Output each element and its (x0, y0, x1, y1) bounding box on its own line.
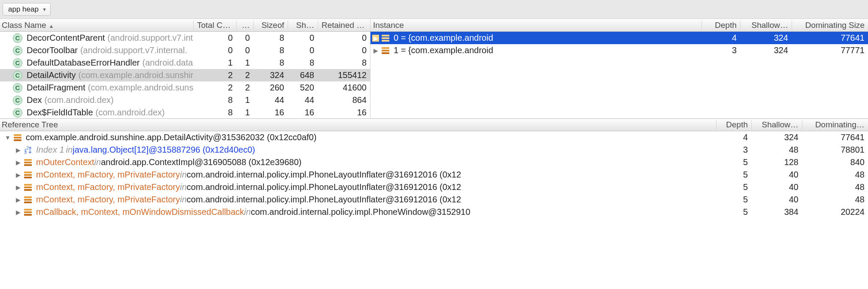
col-retained[interactable]: Retained Size (318, 21, 370, 30)
object-icon (24, 196, 32, 203)
shallow-size: 520 (288, 83, 318, 93)
disclosure-triangle-icon[interactable]: ▶ (372, 35, 379, 42)
reference-tree-row[interactable]: ▶mContext, mFactory, mPrivateFactory in … (0, 193, 868, 206)
col-instance-shallow[interactable]: Shallow… (740, 21, 792, 30)
ref-dominating: 48 (802, 195, 868, 205)
reference-tree-row[interactable]: ▶mContext, mFactory, mPrivateFactory in … (0, 181, 868, 193)
field-name: mOuterContext (36, 157, 94, 167)
total-count: 8 (193, 95, 236, 105)
sizeof: 324 (253, 70, 288, 80)
instances-pane: Instance Depth Shallow… Dominating Size … (370, 19, 868, 118)
instance-label: 1 = {com.example.android (394, 45, 493, 55)
col-shallow[interactable]: Sh… (288, 21, 318, 30)
ref-text: com.android.internal.policy.impl.PhoneLa… (187, 195, 461, 205)
instances-column-header[interactable]: Instance Depth Shallow… Dominating Size (370, 19, 868, 32)
heap-selector-dropdown[interactable]: app heap ▼ (3, 3, 51, 16)
ref-text: com.example.android.sunshine.app.DetailA… (26, 132, 316, 142)
ref-col-shallow[interactable]: Shallow… (751, 120, 802, 129)
ref-shallow: 324 (751, 132, 802, 142)
class-package: (android.support.v7.int (107, 33, 193, 43)
in-keyword: in (180, 182, 187, 192)
ref-text: com.android.internal.policy.impl.PhoneLa… (187, 182, 461, 192)
class-name: DetailFragment (27, 83, 85, 93)
in-keyword: in (94, 157, 101, 167)
disclosure-triangle-icon[interactable]: ▶ (15, 159, 21, 166)
instance-label: 0 = {com.example.android (394, 33, 493, 43)
disclosure-triangle-icon[interactable]: ▶ (372, 47, 379, 54)
disclosure-triangle-icon[interactable]: ▶ (15, 172, 21, 178)
ref-depth: 5 (716, 182, 751, 192)
class-row[interactable]: CDetailActivity(com.example.android.suns… (0, 69, 370, 81)
ref-shallow: 40 (751, 182, 802, 192)
disclosure-triangle-icon[interactable]: ▶ (15, 209, 21, 216)
class-package: (android.support.v7.internal. (80, 45, 187, 55)
instance-depth: 4 (701, 33, 740, 43)
class-row[interactable]: CDex(com.android.dex)814444864 (0, 94, 370, 106)
ref-dominating: 78801 (802, 145, 868, 155)
toolbar: app heap ▼ (0, 0, 868, 19)
instance-icon (382, 47, 389, 54)
heap-count: 0 (236, 45, 253, 55)
object-icon (24, 184, 32, 191)
disclosure-triangle-icon[interactable]: ▶ (15, 147, 21, 154)
sizeof: 260 (253, 83, 288, 93)
retained-size: 0 (318, 33, 370, 43)
instance-row[interactable]: ▶0 = {com.example.android432477641 (370, 32, 868, 44)
svg-text:3: 3 (24, 150, 27, 154)
sizeof: 16 (253, 108, 288, 117)
class-row[interactable]: CDex$FieldIdTable(com.android.dex)811616… (0, 106, 370, 118)
shallow-size: 0 (288, 45, 318, 55)
class-name: DecorContentParent (27, 33, 105, 43)
col-heap-count[interactable]: … (236, 21, 253, 30)
col-depth[interactable]: Depth (701, 21, 740, 30)
class-icon: C (13, 83, 22, 93)
reference-tree-row[interactable]: ▼com.example.android.sunshine.app.Detail… (0, 131, 868, 144)
field-name: mContext, mFactory, mPrivateFactory (36, 182, 180, 192)
total-count: 0 (193, 33, 236, 43)
disclosure-triangle-open-icon[interactable]: ▼ (4, 134, 11, 141)
reference-tree-row[interactable]: ▶mContext, mFactory, mPrivateFactory in … (0, 169, 868, 181)
ref-dominating: 840 (802, 157, 868, 167)
reference-tree-row[interactable]: ▶mOuterContext in android.app.ContextImp… (0, 156, 868, 169)
col-instance[interactable]: Instance (370, 21, 701, 30)
disclosure-triangle-icon[interactable]: ▶ (15, 184, 21, 191)
class-row[interactable]: CDefaultDatabaseErrorHandler(android.dat… (0, 57, 370, 69)
class-row[interactable]: CDetailFragment(com.example.android.suns… (0, 81, 370, 94)
ref-link[interactable]: java.lang.Object[12]@315887296 (0x12d40e… (73, 145, 255, 155)
instances-table-body: ▶0 = {com.example.android432477641▶1 = {… (370, 32, 868, 118)
field-name: mContext, mFactory, mPrivateFactory (36, 170, 180, 180)
retained-size: 155412 (318, 70, 370, 80)
class-package: (com.android.dex) (45, 95, 114, 105)
object-icon (24, 159, 32, 166)
col-class-name[interactable]: Class Name▲ (0, 21, 193, 30)
ref-col-dominating[interactable]: Dominating… (802, 120, 868, 129)
heap-count: 0 (236, 33, 253, 43)
sizeof: 8 (253, 58, 288, 68)
disclosure-triangle-icon[interactable]: ▶ (15, 196, 21, 203)
reference-tree-header[interactable]: Reference Tree Depth Shallow… Dominating… (0, 118, 868, 131)
classes-table-body: CDecorContentParent(android.support.v7.i… (0, 32, 370, 118)
ref-dominating: 77641 (802, 132, 868, 142)
shallow-size: 16 (288, 108, 318, 117)
class-row[interactable]: CDecorContentParent(android.support.v7.i… (0, 32, 370, 44)
col-sizeof[interactable]: Sizeof (253, 21, 288, 30)
instance-row[interactable]: ▶1 = {com.example.android332477771 (370, 44, 868, 57)
heap-count: 2 (236, 70, 253, 80)
instance-icon (382, 35, 389, 42)
heap-count: 2 (236, 83, 253, 93)
object-icon (24, 172, 32, 178)
reference-tree-row[interactable]: ▶123Index 1 in java.lang.Object[12]@3158… (0, 144, 868, 156)
ref-depth: 3 (716, 145, 751, 155)
classes-column-header[interactable]: Class Name▲ Total Co… … Sizeof Sh… Retai… (0, 19, 370, 32)
main-split: Class Name▲ Total Co… … Sizeof Sh… Retai… (0, 19, 868, 118)
class-row[interactable]: CDecorToolbar(android.support.v7.interna… (0, 44, 370, 57)
class-package: (com.example.android.sunshir (78, 70, 193, 80)
col-dominating[interactable]: Dominating Size (792, 21, 868, 30)
reference-tree-row[interactable]: ▶mCallback, mContext, mOnWindowDismissed… (0, 206, 868, 218)
ref-col-depth[interactable]: Depth (716, 120, 751, 129)
ref-text: com.android.internal.policy.impl.PhoneWi… (251, 207, 470, 217)
reference-tree-body: ▼com.example.android.sunshine.app.Detail… (0, 131, 868, 218)
class-package: (android.data (142, 58, 193, 68)
col-total-count[interactable]: Total Co… (193, 21, 236, 30)
class-icon: C (13, 33, 22, 43)
